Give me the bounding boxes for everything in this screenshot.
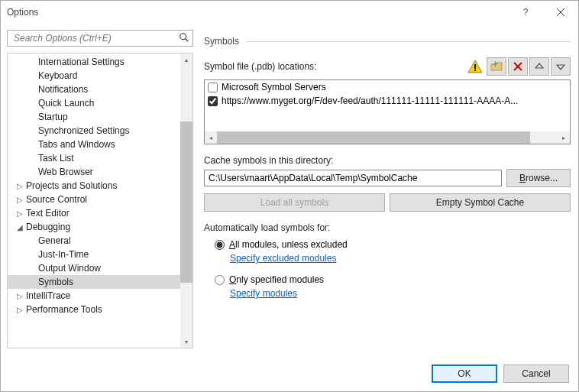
svg-line-3 (186, 38, 189, 41)
move-down-button[interactable] (551, 57, 571, 76)
tree-item[interactable]: Symbols (8, 275, 180, 289)
cache-dir-label: Cache symbols in this directory: (204, 155, 571, 166)
tree-item-label: Synchronized Settings (37, 125, 129, 136)
location-checkbox[interactable] (208, 96, 218, 106)
section-heading-text: Symbols (204, 36, 239, 47)
dialog-footer: OK Cancel (1, 355, 578, 391)
search-input[interactable] (12, 32, 179, 44)
scroll-thumb[interactable] (180, 121, 192, 283)
cache-dir-input[interactable] (204, 170, 502, 186)
location-checkbox[interactable] (208, 83, 218, 92)
cancel-button[interactable]: Cancel (503, 364, 569, 383)
tree-item-label: Just-In-Time (37, 249, 89, 260)
tree-item[interactable]: Tabs and Windows (8, 138, 180, 151)
chevron-right-icon[interactable]: ▷ (15, 196, 24, 204)
tree-item[interactable]: ▷Performance Tools (8, 303, 180, 316)
auto-load-label: Automatically load symbols for: (204, 222, 571, 233)
location-label: Microsoft Symbol Servers (222, 82, 326, 92)
tree-item-label: IntelliTrace (24, 290, 70, 301)
radio-only-specified-label: Only specified modules (229, 274, 324, 285)
add-folder-button[interactable]: + (487, 57, 506, 76)
tree-item[interactable]: ▷Projects and Solutions (8, 179, 180, 193)
warning-icon (467, 58, 484, 75)
tree-item[interactable]: ▷Text Editor (8, 206, 180, 220)
move-up-button[interactable] (529, 57, 549, 76)
delete-button[interactable] (508, 57, 528, 76)
left-pane: International SettingsKeyboardNotificati… (1, 24, 196, 355)
hscroll-right-arrow[interactable]: ▸ (558, 131, 570, 144)
radio-only-specified[interactable] (215, 275, 225, 285)
tree-item[interactable]: Output Window (8, 261, 180, 275)
pdb-label: Symbol file (.pdb) locations: (204, 61, 467, 72)
tree-item[interactable]: ▷Source Control (8, 193, 180, 206)
load-all-symbols-button[interactable]: Load all symbols (204, 193, 385, 212)
options-tree[interactable]: International SettingsKeyboardNotificati… (7, 53, 193, 348)
tree-item-label: Debugging (24, 222, 70, 232)
tree-item-label: Output Window (37, 263, 101, 274)
tree-item[interactable]: Quick Launch (8, 96, 180, 110)
symbol-locations-list[interactable]: Microsoft Symbol Servershttps://www.myge… (204, 79, 571, 144)
right-pane: Symbols Symbol file (.pdb) locations: + … (196, 24, 578, 355)
tree-item-label: Symbols (37, 277, 73, 287)
tree-item-label: Source Control (24, 194, 87, 205)
hscroll-left-arrow[interactable]: ◂ (205, 131, 217, 144)
empty-symbol-cache-button[interactable]: Empty Symbol Cache (390, 193, 571, 212)
help-button[interactable]: ? (508, 1, 543, 24)
heading-separator (247, 41, 571, 42)
tree-item-label: Keyboard (37, 70, 77, 81)
tree-item-label: International Settings (37, 57, 125, 67)
tree-item-label: Projects and Solutions (24, 180, 117, 191)
tree-item-label: General (37, 235, 71, 246)
tree-item-label: Task List (37, 153, 74, 164)
scroll-down-arrow[interactable]: ▾ (180, 335, 192, 348)
chevron-right-icon[interactable]: ▷ (15, 292, 24, 300)
chevron-down-icon[interactable]: ◢ (15, 223, 24, 232)
browse-button[interactable]: Browse... (506, 169, 571, 187)
tree-item-label: Web Browser (37, 167, 93, 177)
hscroll-thumb[interactable] (217, 131, 530, 144)
chevron-right-icon[interactable]: ▷ (15, 209, 24, 218)
tree-item[interactable]: ▷IntelliTrace (8, 289, 180, 303)
tree-item[interactable]: Notifications (8, 83, 180, 96)
link-specify-modules[interactable]: Specify modules (230, 288, 571, 299)
svg-rect-6 (474, 70, 476, 71)
tree-item[interactable]: Just-In-Time (8, 248, 180, 261)
tree-item-label: Quick Launch (37, 98, 94, 109)
scroll-up-arrow[interactable]: ▴ (180, 53, 192, 66)
ok-button[interactable]: OK (432, 364, 497, 383)
radio-all-modules[interactable] (215, 240, 225, 250)
list-horizontal-scrollbar[interactable]: ◂ ▸ (205, 131, 570, 144)
tree-item-label: Text Editor (24, 208, 70, 219)
window-title: Options (7, 7, 508, 18)
tree-item-label: Startup (37, 112, 68, 122)
tree-item[interactable]: ◢Debugging (8, 220, 180, 234)
close-button[interactable] (543, 1, 578, 24)
radio-all-modules-label: All modules, unless excluded (229, 239, 348, 250)
search-icon (179, 32, 189, 45)
tree-item-label: Notifications (37, 84, 88, 95)
tree-scrollbar[interactable]: ▴ ▾ (180, 53, 192, 348)
tree-item[interactable]: Startup (8, 110, 180, 124)
tree-item-label: Tabs and Windows (37, 139, 115, 150)
svg-point-2 (180, 33, 186, 39)
symbol-location-item[interactable]: https://www.myget.org/F/dev-feed/auth/11… (205, 94, 570, 108)
search-box[interactable] (7, 30, 193, 47)
section-heading: Symbols (204, 36, 571, 47)
tree-item[interactable]: General (8, 234, 180, 248)
tree-item[interactable]: International Settings (8, 55, 180, 69)
tree-item[interactable]: Task List (8, 151, 180, 165)
svg-text:+: + (493, 61, 498, 70)
tree-item[interactable]: Synchronized Settings (8, 124, 180, 138)
chevron-right-icon[interactable]: ▷ (15, 306, 24, 314)
symbol-location-item[interactable]: Microsoft Symbol Servers (205, 80, 570, 94)
tree-item-label: Performance Tools (24, 304, 102, 315)
titlebar: Options ? (1, 1, 578, 24)
link-specify-excluded[interactable]: Specify excluded modules (230, 253, 571, 264)
chevron-right-icon[interactable]: ▷ (15, 182, 24, 190)
location-label: https://www.myget.org/F/dev-feed/auth/11… (222, 96, 518, 106)
tree-item[interactable]: Keyboard (8, 69, 180, 83)
svg-rect-5 (474, 64, 476, 69)
tree-item[interactable]: Web Browser (8, 165, 180, 179)
